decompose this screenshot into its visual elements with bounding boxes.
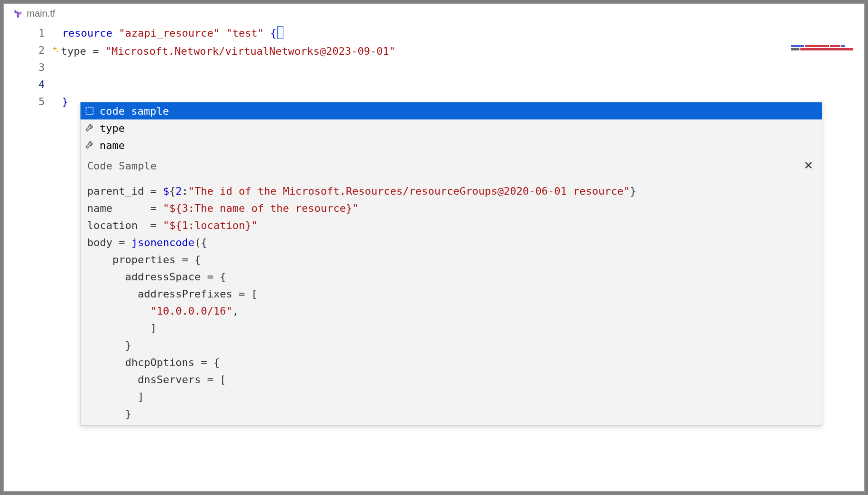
svg-marker-0 (15, 10, 17, 14)
autocomplete-item-name[interactable]: name (81, 137, 822, 154)
autocomplete-item-label: type (100, 122, 125, 134)
tab-bar: main.tf (4, 4, 864, 22)
doc-title: Code Sample (87, 160, 157, 172)
snippet-icon (84, 106, 95, 116)
terraform-icon (13, 9, 23, 18)
wrench-icon (84, 140, 95, 150)
line-gutter: 1 2 3 4 5 (4, 22, 45, 491)
code-line: type = "Microsoft.Network/virtualNetwork… (62, 42, 864, 59)
text-cursor (277, 26, 283, 39)
line-number: 2 (4, 42, 45, 59)
autocomplete-item-label: code sample (100, 105, 169, 117)
code-line (62, 59, 864, 76)
code-line: resource "azapi_resource" "test" { (62, 25, 864, 42)
line-number: 1 (4, 25, 45, 42)
autocomplete-widget: code sample type name Code Samp (80, 102, 822, 426)
autocomplete-item-type[interactable]: type (81, 119, 822, 137)
close-icon[interactable]: ✕ (802, 159, 815, 172)
code-line (62, 76, 864, 93)
minimap[interactable] (791, 45, 858, 55)
file-tab[interactable]: main.tf (9, 6, 60, 21)
autocomplete-item-label: name (100, 139, 125, 151)
svg-marker-2 (20, 11, 21, 15)
svg-rect-4 (86, 108, 93, 115)
line-number: 4 (4, 76, 45, 93)
autocomplete-doc-panel: Code Sample ✕ parent_id = ${2:"The id of… (81, 154, 822, 425)
wrench-icon (84, 123, 95, 133)
tab-filename: main.tf (27, 8, 55, 19)
code-editor[interactable]: 1 2 3 4 5 resource "azapi_resource" "tes… (4, 22, 864, 491)
doc-title-row: Code Sample ✕ (87, 159, 815, 172)
editor-window: main.tf 1 2 3 4 5 resource "azapi_resour… (3, 3, 865, 492)
doc-code-sample: parent_id = ${2:"The id of the Microsoft… (87, 183, 815, 425)
autocomplete-item-code-sample[interactable]: code sample (81, 102, 822, 119)
sparkle-icon (50, 42, 59, 50)
line-number: 5 (4, 93, 45, 110)
autocomplete-list: code sample type name (81, 102, 822, 154)
line-number: 3 (4, 59, 45, 76)
